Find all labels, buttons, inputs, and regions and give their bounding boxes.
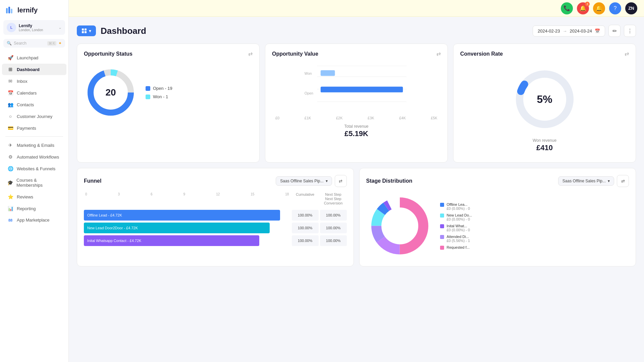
search-shortcut: ⌘ K [47,41,56,46]
more-options-button[interactable]: ⋮ [624,25,636,37]
sidebar-item-label: Courses & Memberships [16,178,61,188]
sidebar-item-contacts[interactable]: 👥 Contacts [2,99,66,110]
funnel-pipeline-selector[interactable]: Saas Offline Sales Pip... ▾ [276,176,332,186]
sidebar-item-dashboard[interactable]: ⊞ Dashboard [2,64,66,75]
notification-icon[interactable]: 🔔 3 [577,2,589,14]
axis-1k: £1K [305,116,311,120]
stage-dot-1 [440,203,444,207]
next-step-cell-1: 100.00% [320,210,347,221]
bar-chart-area: Won Open [272,62,441,116]
stage-name-1: Offline Lea... [447,202,470,206]
sidebar-item-calendars[interactable]: 📅 Calendars [2,87,66,99]
sidebar-item-marketing[interactable]: ✈ Marketing & Emails [2,139,66,151]
sidebar-item-reviews[interactable]: ⭐ Reviews [2,191,66,202]
funnel-bar-new-lead: New Lead Door2Door - £4.72K [84,223,270,233]
calendar-icon: 📅 [595,28,600,34]
revenue-label: Total revenue [272,124,441,129]
opportunity-status-card: Opportunity Status ⇄ 20 [77,44,260,163]
funnel-bar-whatsapp: Inital Whatsapp Contact - £4.72K [84,235,259,246]
sidebar-item-payments[interactable]: 💳 Payments [2,122,66,134]
main-content: 📞 🔔 3 🔔 ? ZN ▾ Dashboard [69,0,644,362]
settings-icon[interactable]: ⇄ [436,51,441,57]
chevron-down-icon: ▾ [326,179,328,183]
search-placeholder: Search [14,41,45,46]
edit-button[interactable]: ✏ [608,25,621,37]
view-label: ▾ [89,28,91,34]
stage-settings-icon[interactable]: ⇄ [617,175,629,187]
stage-legend-item-5: Requested f... [440,245,629,250]
sidebar-item-label: Calendars [17,90,37,96]
reviews-icon: ⭐ [7,194,13,199]
chevron-down-icon: ▾ [608,179,610,183]
sidebar-item-launchpad[interactable]: 🚀 Launchpad [2,52,66,63]
calendar-icon: 📅 [7,90,13,96]
sidebar-item-label: Customer Journey [17,114,52,119]
sidebar-item-courses[interactable]: 🎓 Courses & Memberships [2,175,66,191]
next-step-cell-3: 100.00% [320,235,347,246]
arrow-icon: → [563,28,567,34]
chevron-down-icon: ⌄ [58,25,62,30]
x-axis-labels: £0 £1K £2K £3K £4K £5K [272,116,441,120]
sidebar-item-label: Marketing & Emails [17,143,54,148]
sidebar-item-reporting[interactable]: 📊 Reporting [2,203,66,214]
stage-donut-chart [366,192,433,259]
sidebar-item-marketplace[interactable]: 88 App Marketplace [2,215,66,226]
stage-distribution-card: Stage Distribution Saas Offline Sales Pi… [359,168,636,266]
dashboard-view-button[interactable]: ▾ [77,25,96,36]
stage-pipeline-selector[interactable]: Saas Offline Sales Pip... ▾ [558,176,614,186]
websites-icon: 🌐 [7,166,13,171]
date-range-picker[interactable]: 2024-02-23 → 2024-03-24 📅 [533,25,605,37]
account-selector[interactable]: L Lernify London, London ⌄ [3,20,65,35]
page-title: Dashboard [101,26,146,36]
sidebar-item-label: Inbox [17,79,28,84]
stage-dot-2 [440,214,444,218]
card-title: Conversion Rate [460,51,503,57]
stage-value-2: £0 (0.00%) - 0 [447,217,472,221]
svg-rect-5 [82,31,84,33]
sidebar-item-inbox[interactable]: ✉ Inbox [2,75,66,87]
sidebar-item-label: Payments [17,126,36,131]
user-avatar[interactable]: ZN [625,2,637,14]
courses-icon: 🎓 [7,180,13,185]
next-step-header: Next Step Next Step Conversion [320,192,347,206]
phone-icon[interactable]: 📞 [561,2,573,14]
contacts-icon: 👥 [7,102,13,107]
axis-0: £0 [275,116,279,120]
funnel-settings-icon[interactable]: ⇄ [335,175,347,187]
svg-rect-4 [85,28,87,31]
svg-text:Open: Open [305,91,313,95]
funnel-bar-row-3: Inital Whatsapp Contact - £4.72K 100.00%… [84,235,347,246]
svg-rect-1 [8,7,10,13]
sidebar-item-websites[interactable]: 🌐 Websites & Funnels [2,163,66,174]
stage-legend: Offline Lea... £0 (0.00%) - 0 New Lead D… [440,192,629,259]
conversion-footer: Won revenue £410 [533,138,556,152]
search-bar[interactable]: 🔍 Search ⌘ K ✦ [3,39,65,48]
help-icon[interactable]: ? [609,2,621,14]
funnel-card: Funnel Saas Offline Sales Pip... ▾ ⇄ 0 3 [77,168,354,266]
legend-item-open: Open - 19 [146,86,172,91]
nav-divider [5,136,63,137]
stage-pipeline-label: Saas Offline Sales Pip... [562,179,606,183]
opportunity-value-card: Opportunity Value ⇄ Won Open [265,44,448,163]
sidebar-item-customer-journey[interactable]: ○ Customer Journey [2,111,66,122]
cumulative-cell-1: 100.00% [292,210,319,221]
sidebar-item-label: Reviews [17,194,33,199]
conversion-percentage: 5% [537,93,552,106]
svg-text:Won: Won [305,71,312,75]
donut-chart: 20 [84,66,138,119]
funnel-title: Funnel [84,178,101,184]
settings-icon[interactable]: ⇄ [248,51,253,57]
bell-icon[interactable]: 🔔 [593,2,605,14]
settings-icon[interactable]: ⇄ [625,51,629,57]
grid-icon [82,28,87,34]
sidebar-item-label: Reporting [17,206,36,211]
funnel-bar-row-2: New Lead Door2Door - £4.72K 100.00% 100.… [84,223,347,233]
logo-icon [5,5,15,15]
stage-name-3: Inital What... [447,224,470,228]
sidebar-item-label: Launchpad [17,55,38,60]
sidebar-item-workflows[interactable]: ⚙ Automated Workflows [2,151,66,163]
sidebar-item-label: Websites & Funnels [17,166,55,171]
cumulative-cell-3: 100.00% [292,235,319,246]
stage-donut-svg [366,192,433,259]
dashboard-icon: ⊞ [7,67,13,72]
